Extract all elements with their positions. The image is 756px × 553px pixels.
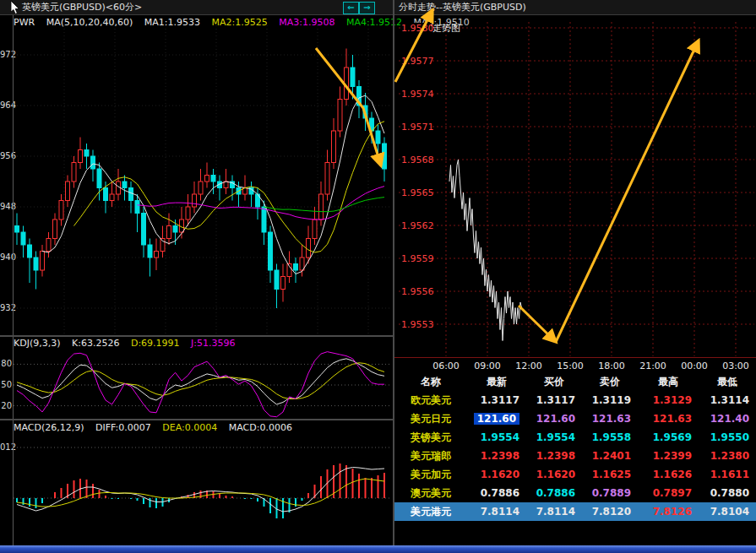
quote-value: 1.2380 xyxy=(699,447,756,465)
quote-value: 121.40 xyxy=(699,409,756,428)
quote-value: 7.8114 xyxy=(526,502,582,521)
quote-row-英镑美元[interactable]: 英镑美元1.95541.95541.95581.95691.9550 xyxy=(394,428,756,447)
time-label: 15:00 xyxy=(556,361,585,371)
macd-legend: MACD(26,12,9) DIFF:0.0007 DEA:0.0004 MAC… xyxy=(14,422,301,433)
tick-price-label: 1.9565 xyxy=(400,187,431,198)
quote-value: 1.9569 xyxy=(638,428,699,447)
tick-price-label: 1.9556 xyxy=(400,286,431,297)
quote-row-欧元美元[interactable]: 欧元美元1.31171.31171.31191.31291.3114 xyxy=(394,391,756,409)
ma1-value: MA1:1.9533 xyxy=(144,17,200,28)
quote-row-澳元美元[interactable]: 澳元美元0.78860.78860.78890.78970.7880 xyxy=(394,484,756,502)
macd-diff-value: DIFF:0.0007 xyxy=(95,422,151,433)
price-axis-label: 972 xyxy=(0,50,12,59)
kdj-legend: KDJ(9,3,3) K:63.2526 D:69.1991 J:51.3596 xyxy=(14,338,244,349)
kdj-axis-label: 50 xyxy=(0,380,12,389)
quote-value: 0.7886 xyxy=(526,484,582,502)
quote-value: 1.3119 xyxy=(582,391,638,409)
price-axis-label: 932 xyxy=(0,303,12,312)
quote-value: 1.1620 xyxy=(526,465,582,484)
quote-value: 0.7880 xyxy=(699,484,756,502)
quote-value: 121.63 xyxy=(638,409,699,428)
kdj-params-label: KDJ(9,3,3) xyxy=(14,338,61,349)
time-label: 00:00 xyxy=(680,361,709,371)
quote-row-美元日元[interactable]: 美元日元121.60121.60121.63121.63121.40 xyxy=(394,409,756,428)
quote-table: 名称最新买价卖价最高最低欧元美元1.31171.31171.31191.3129… xyxy=(394,372,756,521)
quote-value: 1.2398 xyxy=(526,447,582,465)
instrument-name: 美元瑞郎 xyxy=(394,447,467,465)
tick-price-label: 1.9559 xyxy=(400,253,431,264)
kdj-k-value: K:63.2526 xyxy=(72,338,119,349)
quote-value: 1.3117 xyxy=(526,391,582,409)
quote-value: 1.2401 xyxy=(582,447,638,465)
column-header: 最新 xyxy=(467,372,526,391)
price-axis-label: 948 xyxy=(0,202,12,211)
instrument-name: 澳元美元 xyxy=(394,484,467,502)
mouse-cursor-icon xyxy=(10,1,22,16)
time-label: 03:00 xyxy=(721,361,750,371)
quote-value: 1.1625 xyxy=(582,465,638,484)
time-label: 06:00 xyxy=(432,361,460,371)
macd-params-label: MACD(26,12,9) xyxy=(14,422,84,433)
column-header: 名称 xyxy=(394,372,467,391)
tick-price-label: 1.9553 xyxy=(400,319,431,330)
kdj-axis-label: 80 xyxy=(0,359,12,368)
quote-value: 1.1611 xyxy=(699,465,756,484)
nav-next-button[interactable]: ⇒ xyxy=(359,2,375,14)
tick-price-label: 1.9577 xyxy=(400,56,431,67)
trading-app-window: 英镑美元(GBPUSD)<60分> ⇐ ⇒ 分时走势--英镑美元(GBPUSD)… xyxy=(0,0,756,553)
quote-value: 1.3129 xyxy=(638,391,699,409)
quote-value: 1.9550 xyxy=(699,428,756,447)
taskbar-edge[interactable] xyxy=(0,545,756,553)
column-header: 最低 xyxy=(699,372,756,391)
quote-value: 121.63 xyxy=(582,409,638,428)
quote-value: 121.60 xyxy=(467,409,526,428)
indicator-name-label: PWR xyxy=(14,17,35,28)
column-header: 买价 xyxy=(526,372,582,391)
quote-row-美元瑞郎[interactable]: 美元瑞郎1.23981.23981.24011.23991.2380 xyxy=(394,447,756,465)
macd-dea-value: DEA:0.0004 xyxy=(162,422,217,433)
kdj-axis-label: 20 xyxy=(0,401,12,410)
macd-macd-value: MACD:0.0006 xyxy=(229,422,292,433)
quote-value: 1.9554 xyxy=(467,428,526,447)
quote-row-美元港元[interactable]: 美元港元7.81147.81147.81207.81267.8104 xyxy=(394,502,756,521)
panel-divider xyxy=(393,0,394,545)
quote-row-美元加元[interactable]: 美元加元1.16201.16201.16251.16261.1611 xyxy=(394,465,756,484)
quote-value: 7.8104 xyxy=(699,502,756,521)
left-axis-border xyxy=(13,15,14,545)
quote-value: 1.1626 xyxy=(638,465,699,484)
quote-value: 1.2398 xyxy=(467,447,526,465)
price-axis-label: 956 xyxy=(0,151,12,160)
kdj-d-value: D:69.1991 xyxy=(131,338,180,349)
tick-price-label: 1.9574 xyxy=(400,89,431,100)
time-label: 09:00 xyxy=(473,361,502,371)
column-header: 最高 xyxy=(638,372,699,391)
instrument-name: 英镑美元 xyxy=(394,428,467,447)
macd-axis-label: 012 xyxy=(0,442,12,452)
kdj-macd-divider xyxy=(0,419,393,420)
tick-price-label: 1.9568 xyxy=(400,155,431,165)
kdj-j-value: J:51.3596 xyxy=(191,338,235,349)
ma-params-label: MA(5,10,20,40,60) xyxy=(46,17,133,28)
quote-value: 121.60 xyxy=(526,409,582,428)
tick-price-label: 1.9571 xyxy=(400,122,431,133)
quote-value: 1.9554 xyxy=(526,428,582,447)
price-axis-label: 940 xyxy=(0,252,12,262)
ma2-value: MA2:1.9525 xyxy=(211,17,267,28)
nav-prev-button[interactable]: ⇐ xyxy=(343,2,359,14)
instrument-name: 美元日元 xyxy=(394,409,467,428)
ma3-value: MA3:1.9508 xyxy=(279,17,334,28)
time-label: 21:00 xyxy=(639,361,667,371)
tick-price-label: 1.9580 xyxy=(400,23,431,34)
price-axis-label: 964 xyxy=(0,100,12,110)
instrument-name: 美元加元 xyxy=(394,465,467,484)
quote-value: 1.3117 xyxy=(467,391,526,409)
quote-value: 7.8120 xyxy=(582,502,638,521)
quote-value: 1.3114 xyxy=(699,391,756,409)
quote-value: 0.7897 xyxy=(638,484,699,502)
quote-value: 1.2399 xyxy=(638,447,699,465)
quote-table-header: 名称最新买价卖价最高最低 xyxy=(394,372,756,391)
instrument-name: 美元港元 xyxy=(394,502,467,521)
tick-price-label: 1.9562 xyxy=(400,220,431,231)
quote-value: 0.7889 xyxy=(582,484,638,502)
instrument-name: 欧元美元 xyxy=(394,391,467,409)
